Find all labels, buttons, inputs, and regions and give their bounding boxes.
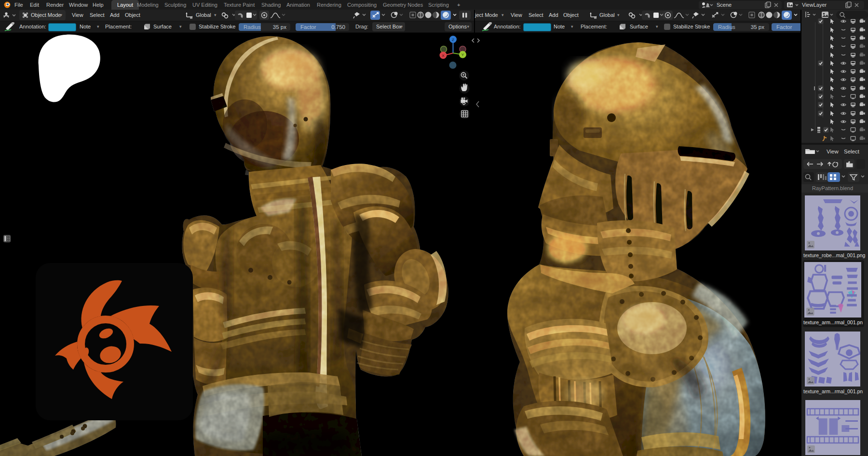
svg-text:Y: Y [461,53,464,57]
svg-text:X: X [442,54,445,58]
svg-text:Z: Z [452,38,454,42]
